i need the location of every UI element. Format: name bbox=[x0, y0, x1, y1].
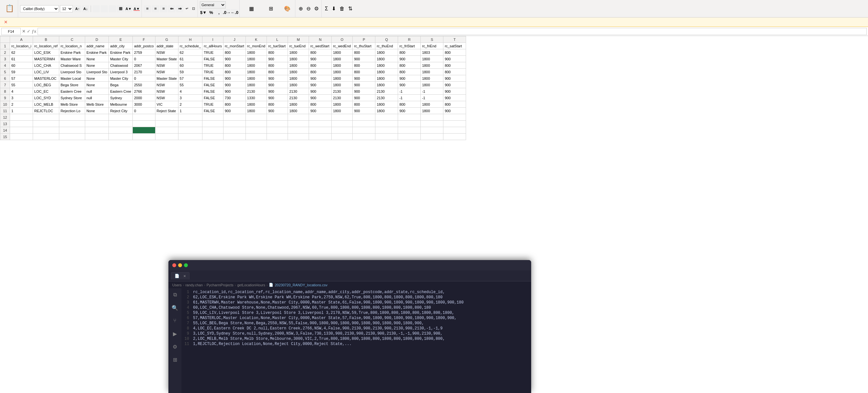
cell-12-H[interactable] bbox=[178, 114, 202, 121]
cell-11-B[interactable]: REJCTLOC bbox=[33, 108, 59, 114]
breadcrumb-file[interactable]: 📄 20230720_RANDY_locations.csv bbox=[269, 283, 328, 287]
cell-15-J[interactable] bbox=[223, 134, 246, 140]
cell-6-B[interactable]: MASTERLOC bbox=[33, 75, 59, 82]
cell-14-H[interactable] bbox=[178, 127, 202, 134]
cell-6-G[interactable]: Master State bbox=[155, 75, 178, 82]
cell-4-L[interactable]: 800 bbox=[267, 62, 288, 69]
cell-2-G[interactable]: NSW bbox=[155, 49, 178, 56]
cell-14-L[interactable] bbox=[267, 127, 288, 134]
cell-15-F[interactable] bbox=[132, 134, 155, 140]
cell-3-R[interactable]: 900 bbox=[398, 56, 421, 62]
cell-3-D[interactable]: None bbox=[85, 56, 108, 62]
breadcrumb-randy[interactable]: randy.chan bbox=[185, 283, 203, 287]
cell-14-T[interactable] bbox=[443, 127, 466, 134]
cell-9-C[interactable]: Sydney Store bbox=[59, 95, 85, 101]
cell-15-H[interactable] bbox=[178, 134, 202, 140]
cell-13-K[interactable] bbox=[246, 121, 267, 127]
cell-5-R[interactable]: 800 bbox=[398, 69, 421, 75]
cell-1-T[interactable]: rc_satStart bbox=[443, 43, 466, 49]
cell-13-S[interactable] bbox=[421, 121, 443, 127]
cell-9-G[interactable]: NSW bbox=[155, 95, 178, 101]
cell-11-S[interactable]: 1800 bbox=[421, 108, 443, 114]
cell-10-T[interactable]: 800 bbox=[443, 101, 466, 108]
cell-12-L[interactable] bbox=[267, 114, 288, 121]
font-name-select[interactable]: Calibri (Body) bbox=[20, 5, 59, 12]
cell-3-E[interactable]: Master City bbox=[109, 56, 133, 62]
sidebar-copy-icon[interactable]: ⧉ bbox=[171, 291, 179, 299]
col-header-F[interactable]: F bbox=[132, 36, 155, 43]
cell-13-I[interactable] bbox=[203, 121, 223, 127]
cell-11-H[interactable]: 1 bbox=[178, 108, 202, 114]
cell-10-K[interactable]: 1800 bbox=[246, 101, 267, 108]
maximize-window-button[interactable] bbox=[184, 263, 188, 267]
cell-12-K[interactable] bbox=[246, 114, 267, 121]
currency-button[interactable]: $▼ bbox=[200, 9, 207, 16]
cell-13-B[interactable] bbox=[33, 121, 59, 127]
insert-button[interactable]: ⊕ bbox=[297, 5, 304, 12]
cell-6-J[interactable]: 900 bbox=[223, 75, 246, 82]
underline-button[interactable] bbox=[109, 5, 116, 12]
cell-9-E[interactable]: Sydney bbox=[109, 95, 133, 101]
cell-7-N[interactable]: 900 bbox=[309, 82, 332, 88]
col-header-S[interactable]: S bbox=[421, 36, 443, 43]
cell-1-K[interactable]: rc_monEnd bbox=[246, 43, 267, 49]
cell-15-G[interactable] bbox=[155, 134, 178, 140]
cell-15-K[interactable] bbox=[246, 134, 267, 140]
cell-12-N[interactable] bbox=[309, 114, 332, 121]
cell-3-A[interactable]: 61 bbox=[10, 56, 33, 62]
cell-1-Q[interactable]: rc_thuEnd bbox=[375, 43, 398, 49]
cell-8-K[interactable]: 2130 bbox=[246, 88, 267, 95]
cell-12-B[interactable] bbox=[33, 114, 59, 121]
cell-12-D[interactable] bbox=[85, 114, 108, 121]
cell-4-T[interactable]: 800 bbox=[443, 62, 466, 69]
cell-8-S[interactable]: -1 bbox=[421, 88, 443, 95]
conditional-formatting-button[interactable]: ▦ bbox=[242, 5, 261, 12]
cell-11-G[interactable]: Reject State bbox=[155, 108, 178, 114]
cell-6-D[interactable]: None bbox=[85, 75, 108, 82]
cell-11-O[interactable]: 1800 bbox=[332, 108, 353, 114]
cell-13-A[interactable] bbox=[10, 121, 33, 127]
cell-10-A[interactable]: 2 bbox=[10, 101, 33, 108]
cell-5-T[interactable]: 800 bbox=[443, 69, 466, 75]
cell-13-R[interactable] bbox=[398, 121, 421, 127]
cell-13-H[interactable] bbox=[178, 121, 202, 127]
cell-1-S[interactable]: rc_friEnd bbox=[421, 43, 443, 49]
cell-14-K[interactable] bbox=[246, 127, 267, 134]
cell-14-R[interactable] bbox=[398, 127, 421, 134]
cell-2-M[interactable]: 1800 bbox=[288, 49, 309, 56]
cell-6-Q[interactable]: 1800 bbox=[375, 75, 398, 82]
cell-11-N[interactable]: 900 bbox=[309, 108, 332, 114]
cell-3-S[interactable]: 1800 bbox=[421, 56, 443, 62]
cell-15-N[interactable] bbox=[309, 134, 332, 140]
cell-11-P[interactable]: 900 bbox=[353, 108, 375, 114]
cell-9-D[interactable]: null bbox=[85, 95, 108, 101]
cell-6-S[interactable]: 1800 bbox=[421, 75, 443, 82]
cell-1-G[interactable]: addr_state bbox=[155, 43, 178, 49]
cell-5-F[interactable]: 2170 bbox=[132, 69, 155, 75]
cell-7-B[interactable]: LOC_BEG bbox=[33, 82, 59, 88]
cell-5-H[interactable]: 59 bbox=[178, 69, 202, 75]
cell-12-E[interactable] bbox=[109, 114, 133, 121]
cell-5-G[interactable]: NSW bbox=[155, 69, 178, 75]
cell-11-R[interactable]: 900 bbox=[398, 108, 421, 114]
cell-10-D[interactable]: Melb Store bbox=[85, 101, 108, 108]
cell-11-I[interactable]: FALSE bbox=[203, 108, 223, 114]
cell-8-P[interactable]: 900 bbox=[353, 88, 375, 95]
cell-15-A[interactable] bbox=[10, 134, 33, 140]
cell-4-A[interactable]: 60 bbox=[10, 62, 33, 69]
cell-9-O[interactable]: 2130 bbox=[332, 95, 353, 101]
col-header-O[interactable]: O bbox=[332, 36, 353, 43]
align-center-button[interactable]: ≡ bbox=[152, 5, 159, 12]
cell-1-D[interactable]: addr_name bbox=[85, 43, 108, 49]
cell-4-N[interactable]: 800 bbox=[309, 62, 332, 69]
cell-14-B[interactable] bbox=[33, 127, 59, 134]
cell-10-E[interactable]: Melbourne bbox=[109, 101, 133, 108]
col-header-K[interactable]: K bbox=[246, 36, 267, 43]
sidebar-grid-icon[interactable]: ⊞ bbox=[171, 356, 179, 364]
cell-7-A[interactable]: 55 bbox=[10, 82, 33, 88]
breadcrumb-projects[interactable]: PycharmProjects bbox=[207, 283, 234, 287]
cell-4-E[interactable]: Chatswood bbox=[109, 62, 133, 69]
cell-3-F[interactable]: 0 bbox=[132, 56, 155, 62]
cell-6-R[interactable]: 900 bbox=[398, 75, 421, 82]
cell-9-K[interactable]: 1330 bbox=[246, 95, 267, 101]
